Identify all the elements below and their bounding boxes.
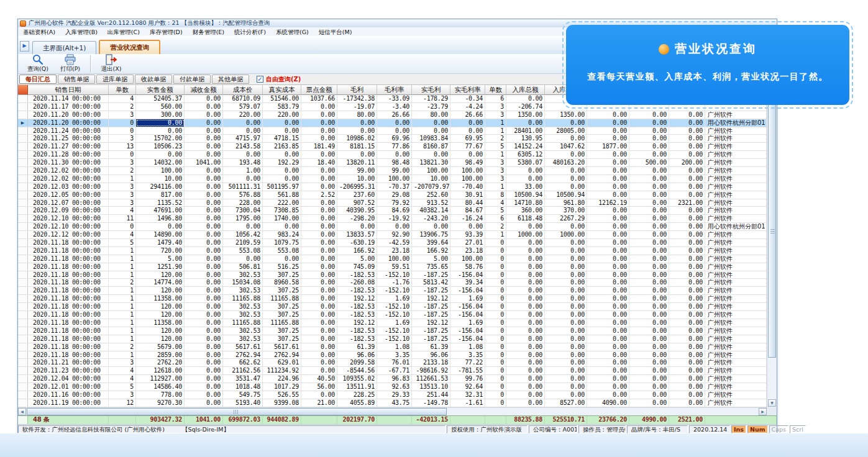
table-cell[interactable]: 100.00 [377,175,412,183]
column-header-8[interactable]: 毛利 [337,85,377,95]
table-cell[interactable]: 0.00 [185,311,223,319]
column-header-3[interactable]: 实售金额 [136,85,185,95]
table-cell[interactable]: -206995.31 [337,183,377,191]
table-cell[interactable]: 2020.11.18 00:00:00 [28,247,109,255]
table-cell[interactable]: 0.00 [263,119,301,127]
table-cell[interactable]: 0 [485,351,506,359]
table-cell[interactable]: 0.00 [545,351,587,359]
table-cell[interactable]: 100.00 [450,175,485,183]
table-cell[interactable]: 370.00 [545,207,587,214]
table-cell[interactable]: 2099.58 [337,359,377,366]
table-cell[interactable]: 0.00 [185,135,223,142]
column-header-9[interactable]: 毛利率 [377,85,412,95]
table-cell[interactable]: 294116.00 [136,183,185,191]
table-row[interactable]: 2020.11.18 00:00:001120.000.00302.53307.… [18,287,767,295]
table-cell[interactable]: 0.00 [301,271,337,279]
table-cell[interactable]: 0.00 [301,239,337,247]
table-cell[interactable]: 0.00 [301,351,337,359]
table-cell[interactable]: 13513.10 [412,383,450,391]
row-indicator[interactable] [18,183,28,191]
table-cell[interactable]: 1047.62 [545,143,587,150]
table-cell[interactable]: 0.00 [185,183,223,191]
table-cell[interactable]: 193.48 [223,159,263,166]
table-cell[interactable]: 307.25 [263,311,301,319]
table-cell[interactable]: 192.12 [337,319,377,327]
table-cell[interactable]: -187.25 [412,311,450,319]
table-cell[interactable]: -182.53 [337,303,377,310]
table-cell[interactable]: 广州软件 [705,319,767,327]
table-cell[interactable]: 0.00 [545,239,587,247]
table-cell[interactable]: 1 [109,247,136,255]
table-cell[interactable]: 0.00 [506,247,545,255]
table-cell[interactable]: 0.00 [506,335,545,343]
table-cell[interactable]: 0.00 [669,191,705,199]
table-cell[interactable]: 1000.00 [545,231,587,238]
table-cell[interactable]: 0.00 [629,375,669,382]
table-cell[interactable]: 0.00 [301,175,337,183]
table-cell[interactable]: 0.00 [450,223,485,230]
table-cell[interactable]: 0.00 [669,183,705,191]
table-cell[interactable]: 2020.11.18 00:00:00 [28,255,109,263]
table-cell[interactable]: -17342.38 [337,95,377,102]
table-cell[interactable]: 120.00 [136,271,185,279]
table-cell[interactable]: 0.00 [301,247,337,255]
table-cell[interactable]: 0.00 [301,319,337,327]
table-cell[interactable]: 2020.12.03 00:00:00 [28,183,109,191]
table-cell[interactable]: 98.49 [450,159,485,166]
table-cell[interactable]: 96.83 [377,375,412,382]
table-cell[interactable]: 广州软件 [705,247,767,255]
table-cell[interactable]: 0 [485,271,506,279]
table-cell[interactable]: 1877.00 [587,143,629,150]
table-cell[interactable]: 0.00 [545,167,587,174]
column-header-2[interactable]: 单数 [109,85,136,95]
table-cell[interactable]: 2020.12.10 00:00:00 [28,223,109,230]
row-indicator[interactable] [18,167,28,174]
row-indicator[interactable] [18,359,28,366]
table-cell[interactable]: 40390.95 [337,207,377,214]
table-cell[interactable]: 0 [485,287,506,294]
table-row[interactable]: 2020.11.24 00:00:0000.000.000.000.000.00… [18,127,767,135]
table-cell[interactable]: 0.00 [185,247,223,255]
table-cell[interactable]: 0.00 [669,367,705,374]
table-cell[interactable]: 0.00 [263,223,301,230]
table-cell[interactable]: 23.18 [377,247,412,255]
checkbox-icon[interactable]: ✓ [257,76,263,83]
table-cell[interactable]: 0 [485,255,506,263]
table-cell[interactable]: 2020.11.20 00:00:00 [28,111,109,119]
table-cell[interactable]: 广州软件 [705,167,767,174]
table-cell[interactable]: 0.00 [545,295,587,302]
table-cell[interactable]: 0.00 [545,287,587,294]
table-cell[interactable]: 0.00 [185,255,223,263]
table-cell[interactable]: 广州软件 [705,271,767,279]
table-cell[interactable]: 553.08 [263,247,301,255]
row-indicator[interactable] [18,103,28,111]
table-cell[interactable]: 0 [485,375,506,382]
table-cell[interactable]: -207079.97 [412,183,450,191]
table-cell[interactable]: 0.00 [629,191,669,199]
table-cell[interactable]: 0.00 [629,135,669,142]
table-cell[interactable]: 98.48 [377,159,412,166]
table-cell[interactable]: 0.00 [301,151,337,158]
table-cell[interactable]: -152.10 [377,311,412,319]
table-cell[interactable]: 192.12 [412,319,450,327]
table-cell[interactable]: 0.00 [185,399,223,407]
table-cell[interactable]: 0.00 [301,183,337,191]
table-cell[interactable]: 0.00 [301,335,337,343]
table-cell[interactable]: 0 [485,359,506,366]
table-cell[interactable]: 0.00 [587,303,629,310]
table-cell[interactable]: 2020.11.25 00:00:00 [28,135,109,142]
table-cell[interactable]: 58.76 [450,263,485,271]
table-cell[interactable]: 0.00 [587,111,629,119]
table-cell[interactable]: 5193.40 [223,399,263,407]
column-header-1[interactable]: 销售日期 [28,85,109,95]
table-cell[interactable]: 120.00 [136,287,185,294]
table-cell[interactable]: 0.00 [185,375,223,382]
table-cell[interactable]: 220.00 [263,111,301,119]
table-cell[interactable]: 2020.11.18 00:00:00 [28,303,109,310]
table-cell[interactable]: 3 [109,391,136,399]
table-cell[interactable]: 2020.11.14 00:00:00 [28,95,109,102]
table-cell[interactable]: 0.00 [587,343,629,351]
table-cell[interactable]: 0.00 [669,375,705,382]
table-cell[interactable]: -187.25 [412,271,450,279]
row-indicator[interactable] [18,287,28,294]
